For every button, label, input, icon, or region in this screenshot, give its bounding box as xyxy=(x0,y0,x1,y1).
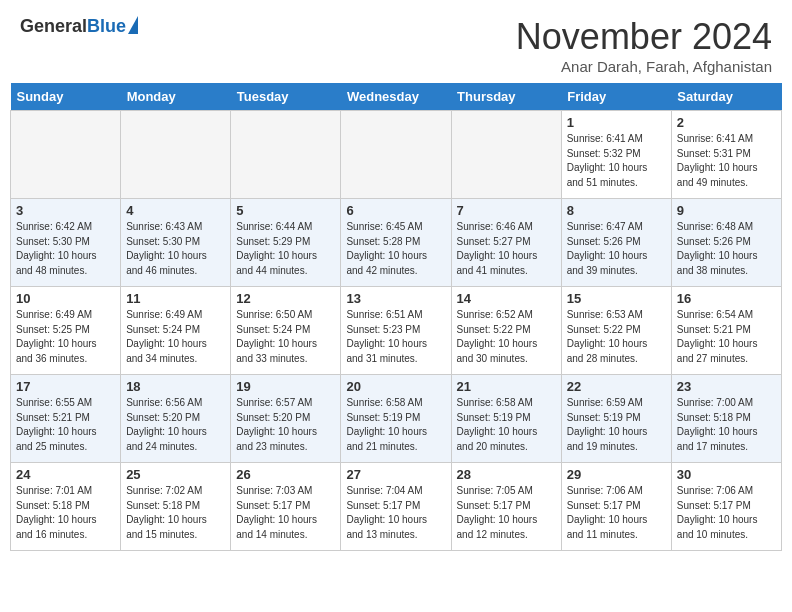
calendar-cell: 13Sunrise: 6:51 AM Sunset: 5:23 PM Dayli… xyxy=(341,287,451,375)
day-number: 5 xyxy=(236,203,335,218)
calendar-cell: 27Sunrise: 7:04 AM Sunset: 5:17 PM Dayli… xyxy=(341,463,451,551)
day-detail: Sunrise: 7:01 AM Sunset: 5:18 PM Dayligh… xyxy=(16,484,115,542)
day-detail: Sunrise: 7:04 AM Sunset: 5:17 PM Dayligh… xyxy=(346,484,445,542)
day-detail: Sunrise: 6:42 AM Sunset: 5:30 PM Dayligh… xyxy=(16,220,115,278)
week-row-1: 1Sunrise: 6:41 AM Sunset: 5:32 PM Daylig… xyxy=(11,111,782,199)
day-number: 10 xyxy=(16,291,115,306)
month-title: November 2024 xyxy=(516,16,772,58)
calendar-cell xyxy=(341,111,451,199)
weekday-header-friday: Friday xyxy=(561,83,671,111)
calendar-cell: 22Sunrise: 6:59 AM Sunset: 5:19 PM Dayli… xyxy=(561,375,671,463)
week-row-3: 10Sunrise: 6:49 AM Sunset: 5:25 PM Dayli… xyxy=(11,287,782,375)
day-detail: Sunrise: 6:44 AM Sunset: 5:29 PM Dayligh… xyxy=(236,220,335,278)
calendar-cell xyxy=(121,111,231,199)
day-detail: Sunrise: 6:45 AM Sunset: 5:28 PM Dayligh… xyxy=(346,220,445,278)
day-detail: Sunrise: 7:06 AM Sunset: 5:17 PM Dayligh… xyxy=(567,484,666,542)
day-number: 23 xyxy=(677,379,776,394)
day-number: 2 xyxy=(677,115,776,130)
day-detail: Sunrise: 6:53 AM Sunset: 5:22 PM Dayligh… xyxy=(567,308,666,366)
day-detail: Sunrise: 6:49 AM Sunset: 5:25 PM Dayligh… xyxy=(16,308,115,366)
week-row-4: 17Sunrise: 6:55 AM Sunset: 5:21 PM Dayli… xyxy=(11,375,782,463)
title-section: November 2024 Anar Darah, Farah, Afghani… xyxy=(516,16,772,75)
calendar-cell: 24Sunrise: 7:01 AM Sunset: 5:18 PM Dayli… xyxy=(11,463,121,551)
location-subtitle: Anar Darah, Farah, Afghanistan xyxy=(516,58,772,75)
day-number: 21 xyxy=(457,379,556,394)
day-number: 1 xyxy=(567,115,666,130)
day-number: 28 xyxy=(457,467,556,482)
calendar-cell: 8Sunrise: 6:47 AM Sunset: 5:26 PM Daylig… xyxy=(561,199,671,287)
day-detail: Sunrise: 6:58 AM Sunset: 5:19 PM Dayligh… xyxy=(457,396,556,454)
day-number: 12 xyxy=(236,291,335,306)
weekday-header-wednesday: Wednesday xyxy=(341,83,451,111)
calendar-cell: 6Sunrise: 6:45 AM Sunset: 5:28 PM Daylig… xyxy=(341,199,451,287)
day-number: 6 xyxy=(346,203,445,218)
week-row-2: 3Sunrise: 6:42 AM Sunset: 5:30 PM Daylig… xyxy=(11,199,782,287)
day-detail: Sunrise: 6:46 AM Sunset: 5:27 PM Dayligh… xyxy=(457,220,556,278)
calendar-cell: 14Sunrise: 6:52 AM Sunset: 5:22 PM Dayli… xyxy=(451,287,561,375)
calendar-cell: 5Sunrise: 6:44 AM Sunset: 5:29 PM Daylig… xyxy=(231,199,341,287)
calendar-cell: 1Sunrise: 6:41 AM Sunset: 5:32 PM Daylig… xyxy=(561,111,671,199)
day-number: 9 xyxy=(677,203,776,218)
calendar-cell: 21Sunrise: 6:58 AM Sunset: 5:19 PM Dayli… xyxy=(451,375,561,463)
day-number: 7 xyxy=(457,203,556,218)
day-detail: Sunrise: 6:41 AM Sunset: 5:31 PM Dayligh… xyxy=(677,132,776,190)
day-number: 18 xyxy=(126,379,225,394)
calendar-cell: 18Sunrise: 6:56 AM Sunset: 5:20 PM Dayli… xyxy=(121,375,231,463)
week-row-5: 24Sunrise: 7:01 AM Sunset: 5:18 PM Dayli… xyxy=(11,463,782,551)
day-number: 29 xyxy=(567,467,666,482)
calendar-cell: 23Sunrise: 7:00 AM Sunset: 5:18 PM Dayli… xyxy=(671,375,781,463)
calendar-cell: 3Sunrise: 6:42 AM Sunset: 5:30 PM Daylig… xyxy=(11,199,121,287)
calendar-cell: 10Sunrise: 6:49 AM Sunset: 5:25 PM Dayli… xyxy=(11,287,121,375)
day-number: 27 xyxy=(346,467,445,482)
calendar-cell: 11Sunrise: 6:49 AM Sunset: 5:24 PM Dayli… xyxy=(121,287,231,375)
page-header: General Blue November 2024 Anar Darah, F… xyxy=(0,0,792,83)
calendar-cell: 19Sunrise: 6:57 AM Sunset: 5:20 PM Dayli… xyxy=(231,375,341,463)
day-detail: Sunrise: 6:43 AM Sunset: 5:30 PM Dayligh… xyxy=(126,220,225,278)
day-detail: Sunrise: 6:50 AM Sunset: 5:24 PM Dayligh… xyxy=(236,308,335,366)
day-number: 19 xyxy=(236,379,335,394)
day-detail: Sunrise: 7:06 AM Sunset: 5:17 PM Dayligh… xyxy=(677,484,776,542)
calendar-cell: 30Sunrise: 7:06 AM Sunset: 5:17 PM Dayli… xyxy=(671,463,781,551)
calendar-cell: 25Sunrise: 7:02 AM Sunset: 5:18 PM Dayli… xyxy=(121,463,231,551)
calendar-cell: 16Sunrise: 6:54 AM Sunset: 5:21 PM Dayli… xyxy=(671,287,781,375)
day-detail: Sunrise: 7:02 AM Sunset: 5:18 PM Dayligh… xyxy=(126,484,225,542)
day-detail: Sunrise: 6:48 AM Sunset: 5:26 PM Dayligh… xyxy=(677,220,776,278)
weekday-header-saturday: Saturday xyxy=(671,83,781,111)
day-number: 14 xyxy=(457,291,556,306)
logo-blue-text: Blue xyxy=(87,16,126,37)
day-detail: Sunrise: 6:57 AM Sunset: 5:20 PM Dayligh… xyxy=(236,396,335,454)
day-detail: Sunrise: 6:55 AM Sunset: 5:21 PM Dayligh… xyxy=(16,396,115,454)
day-number: 22 xyxy=(567,379,666,394)
day-number: 30 xyxy=(677,467,776,482)
weekday-header-tuesday: Tuesday xyxy=(231,83,341,111)
day-detail: Sunrise: 6:52 AM Sunset: 5:22 PM Dayligh… xyxy=(457,308,556,366)
calendar-container: SundayMondayTuesdayWednesdayThursdayFrid… xyxy=(0,83,792,561)
day-detail: Sunrise: 7:03 AM Sunset: 5:17 PM Dayligh… xyxy=(236,484,335,542)
day-number: 20 xyxy=(346,379,445,394)
day-detail: Sunrise: 6:47 AM Sunset: 5:26 PM Dayligh… xyxy=(567,220,666,278)
calendar-cell: 9Sunrise: 6:48 AM Sunset: 5:26 PM Daylig… xyxy=(671,199,781,287)
calendar-cell: 26Sunrise: 7:03 AM Sunset: 5:17 PM Dayli… xyxy=(231,463,341,551)
day-number: 16 xyxy=(677,291,776,306)
day-detail: Sunrise: 6:41 AM Sunset: 5:32 PM Dayligh… xyxy=(567,132,666,190)
day-number: 4 xyxy=(126,203,225,218)
calendar-cell: 2Sunrise: 6:41 AM Sunset: 5:31 PM Daylig… xyxy=(671,111,781,199)
day-number: 13 xyxy=(346,291,445,306)
calendar-cell xyxy=(231,111,341,199)
calendar-table: SundayMondayTuesdayWednesdayThursdayFrid… xyxy=(10,83,782,551)
logo: General Blue xyxy=(20,16,138,37)
day-detail: Sunrise: 6:54 AM Sunset: 5:21 PM Dayligh… xyxy=(677,308,776,366)
day-detail: Sunrise: 7:05 AM Sunset: 5:17 PM Dayligh… xyxy=(457,484,556,542)
day-number: 17 xyxy=(16,379,115,394)
calendar-cell xyxy=(11,111,121,199)
logo-general-text: General xyxy=(20,16,87,37)
calendar-cell: 20Sunrise: 6:58 AM Sunset: 5:19 PM Dayli… xyxy=(341,375,451,463)
day-number: 15 xyxy=(567,291,666,306)
day-number: 8 xyxy=(567,203,666,218)
day-number: 25 xyxy=(126,467,225,482)
calendar-cell: 4Sunrise: 6:43 AM Sunset: 5:30 PM Daylig… xyxy=(121,199,231,287)
logo-icon xyxy=(128,16,138,34)
day-detail: Sunrise: 6:58 AM Sunset: 5:19 PM Dayligh… xyxy=(346,396,445,454)
day-detail: Sunrise: 6:59 AM Sunset: 5:19 PM Dayligh… xyxy=(567,396,666,454)
day-detail: Sunrise: 6:51 AM Sunset: 5:23 PM Dayligh… xyxy=(346,308,445,366)
